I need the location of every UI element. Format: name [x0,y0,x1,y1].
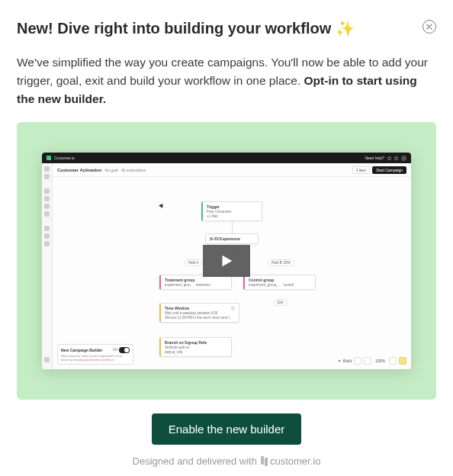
preview-topbar: Customer.io Need help? [42,153,411,163]
rail-icon-9 [44,241,50,246]
trigger-node: Trigger Free Customers +1 filter [201,201,262,221]
close-icon [426,24,432,30]
close-button[interactable] [422,20,436,34]
footer: Designed and delivered with customer.io [17,455,436,467]
enable-builder-button[interactable]: Enable the new builder [152,413,302,445]
video-play-button[interactable] [203,245,250,277]
cursor-icon [159,204,165,209]
zoom-in-icon [389,357,397,365]
highlight-icon [399,357,406,365]
time-window-line2: AM and 11:58 PM in the user's time zone … [165,316,235,320]
branch-sub: Attribute split on [165,346,227,349]
exit-node: Exit [274,299,288,306]
time-window-node: Time Window ⓘ Wait until a weekday betwe… [159,303,239,323]
panel-desc-link: product@customer.io [85,358,114,362]
modal-title: New! Dive right into building your workf… [17,18,355,38]
treatment-exp: experiment_grou… [165,283,194,287]
rail-icon-6 [44,211,50,217]
rail-icon-4 [44,196,50,201]
preview-page-header: Customer Activation No goal All subscrib… [53,163,411,177]
app-logo-icon [47,156,51,160]
time-window-title: Time Window [165,306,189,310]
build-label: Build [343,359,352,363]
customerio-logo-icon [261,457,268,465]
video-preview-frame: Customer.io Need help? [17,122,436,400]
product-name: Customer.io [54,156,75,160]
rail-icon-8 [44,233,50,239]
rail-icon-10 [44,357,50,362]
trigger-segment: Free Customers [207,210,258,214]
rail-icon-2 [44,174,50,179]
zoom-out-icon [364,357,371,365]
canvas-controls: ✦ Build 100% [338,357,406,365]
toggle-on-label: On [113,348,117,352]
delay-title: Si 83 Experience [210,236,240,241]
delay-node: Si 83 Experience [205,233,259,244]
preview-nav-rail [42,163,53,369]
control-node: Control group experiment_group_… control [243,275,316,290]
branch-title: Branch on Signup Role [165,340,227,345]
zoom-level: 100% [374,359,387,363]
app-preview-window: Customer.io Need help? [42,153,411,369]
customerio-brand-link[interactable]: customer.io [261,455,320,467]
treatment-val: treatment [196,283,210,287]
rail-icon-5 [44,204,50,209]
time-window-line1: Wait until a weekday between 9:00 [165,311,235,315]
new-builder-panel: New Campaign Builder On Have ideas for w… [57,344,133,365]
help-icon [387,156,391,160]
item-count-chip: 1 item [352,166,371,174]
trigger-title: Trigger [207,204,258,209]
avatar [401,156,406,161]
no-goal-label: No goal [104,168,117,172]
play-icon [218,252,235,269]
footer-prefix: Designed and delivered with [133,455,257,467]
new-builder-title: New Campaign Builder [61,348,102,352]
control-val: control [284,283,294,287]
start-campaign-button: Start Campaign [372,166,406,174]
campaign-title: Customer Activation [57,168,101,172]
rail-icon-3 [44,188,50,194]
trigger-filter: +1 filter [207,214,258,218]
treatment-title: Treatment group [165,278,227,282]
path-a-label: Path A [185,259,202,266]
modal-body: We've simplified the way you create camp… [17,53,436,108]
rail-icon-7 [44,226,50,231]
zoom-fit-icon [354,357,361,365]
need-help-link: Need help? [365,156,384,160]
treatment-node: Treatment group experiment_grou… treatme… [159,275,232,290]
control-exp: experiment_group_… [249,283,281,287]
branch-attr: signup_role [165,350,227,354]
builder-toggle [119,347,130,353]
rail-icon-1 [44,166,50,172]
brand-name: customer.io [270,455,320,467]
control-title: Control group [249,278,311,282]
settings-icon [394,156,398,160]
path-b-label: Path B: 50% [268,259,294,266]
branch-node: Branch on Signup Role Attribute split on… [159,337,232,357]
subscribers-label: All subscribers [121,168,146,172]
